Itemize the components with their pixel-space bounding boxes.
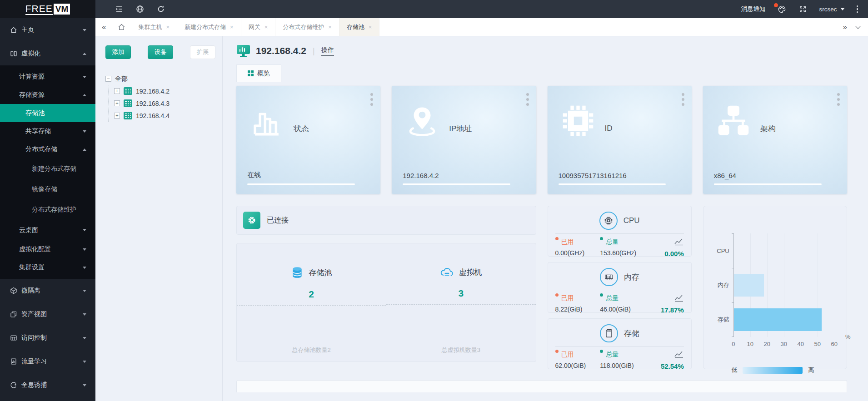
tree-root[interactable]: − 全部 xyxy=(105,73,216,85)
legend-low-label: 低 xyxy=(731,366,737,374)
close-icon[interactable]: × xyxy=(369,24,372,30)
expand-node-icon[interactable]: + xyxy=(114,100,120,106)
trend-chart-icon[interactable] xyxy=(674,238,684,246)
topbar: FREE VM 消息通知 srcsec xyxy=(0,0,868,18)
sidebar-item-distributed-storage-maintenance[interactable]: 分布式存储维护 xyxy=(0,199,95,220)
sidebar-item-distributed-storage[interactable]: 分布式存储 xyxy=(0,140,95,158)
sidebar: 主页 虚拟化 计算资源 存储资源 存储池 共享存储 分布式存储 新建分布式存储 … xyxy=(0,18,95,401)
chart-category-label: 内存 xyxy=(708,281,729,289)
tree-node-host-1[interactable]: + 192.168.4.2 xyxy=(114,85,216,97)
table-icon xyxy=(10,334,17,342)
used-value: 8.22(GiB) xyxy=(555,306,600,313)
usage-percent: 0.00% xyxy=(664,250,684,257)
card-menu-icon[interactable] xyxy=(837,93,840,106)
usage-percent: 17.87% xyxy=(661,306,684,314)
trend-chart-icon[interactable] xyxy=(674,351,684,358)
server-icon xyxy=(124,87,132,95)
home-tab-icon[interactable] xyxy=(112,23,131,31)
sidebar-item-virtualization-config[interactable]: 虚拟化配置 xyxy=(0,240,95,258)
tab-gateway[interactable]: 网关× xyxy=(241,18,276,36)
chart-x-axis: 0 10 20 30 40 50 60 % xyxy=(733,341,834,350)
collapse-node-icon[interactable]: − xyxy=(105,76,111,82)
sidebar-item-virtualization[interactable]: 虚拟化 xyxy=(0,42,95,65)
sidebar-item-storage-resources[interactable]: 存储资源 xyxy=(0,86,95,104)
tab-overview[interactable]: 概览 xyxy=(236,64,281,82)
memory-usage-card: 内存 已用8.22(GiB) 总量46.00(GiB) 17.87% xyxy=(548,262,692,313)
trend-chart-icon[interactable] xyxy=(674,294,684,302)
close-icon[interactable]: × xyxy=(230,24,234,30)
card-menu-icon[interactable] xyxy=(682,93,684,106)
more-options-icon[interactable] xyxy=(857,5,858,13)
expand-button[interactable]: 扩展 xyxy=(190,45,215,59)
logo-badge: VM xyxy=(54,4,70,15)
divider xyxy=(237,305,386,306)
legend-gradient-bar xyxy=(743,367,803,374)
close-icon[interactable]: × xyxy=(328,24,332,30)
refresh-icon[interactable] xyxy=(156,5,165,14)
sidebar-item-compute-resources[interactable]: 计算资源 xyxy=(0,68,95,86)
chevron-down-icon xyxy=(83,337,86,339)
host-ip: 192.168.4.2 xyxy=(256,45,306,56)
sidebar-item-home[interactable]: 主页 xyxy=(0,18,95,42)
sidebar-item-asset-view[interactable]: 资产视图 xyxy=(0,302,95,326)
device-button[interactable]: 设备 xyxy=(148,45,173,59)
total-value: 153.60(GHz) xyxy=(600,249,645,257)
sidebar-item-shared-storage[interactable]: 共享存储 xyxy=(0,122,95,140)
sidebar-item-new-distributed-storage[interactable]: 新建分布式存储 xyxy=(0,158,95,179)
notifications-button[interactable]: 消息通知 xyxy=(741,5,765,13)
used-value: 0.00(GHz) xyxy=(555,249,600,257)
logo-text: FREE xyxy=(25,3,53,15)
monitor-icon xyxy=(236,45,250,57)
sidebar-item-storage-pool[interactable]: 存储池 xyxy=(0,104,95,122)
collapse-sidebar-icon[interactable] xyxy=(115,5,124,14)
tabs-scroll-left-icon[interactable]: « xyxy=(95,23,112,32)
virtualization-icon xyxy=(10,50,17,58)
sidebar-item-holographic-trap[interactable]: 全息诱捕 xyxy=(0,373,95,397)
server-icon xyxy=(124,112,132,119)
add-button[interactable]: 添加 xyxy=(105,45,131,59)
card-menu-icon[interactable] xyxy=(526,93,529,106)
tabs-menu-icon[interactable] xyxy=(855,24,860,29)
globe-icon[interactable] xyxy=(135,5,145,14)
sidebar-item-micro-isolation[interactable]: 微隔离 xyxy=(0,279,95,302)
total-value: 46.00(GiB) xyxy=(600,306,645,313)
expand-node-icon[interactable]: + xyxy=(114,113,120,119)
tab-storage-pool[interactable]: 存储池× xyxy=(339,18,380,36)
host-detail: 192.168.4.2 | 操作 概览 xyxy=(223,36,868,401)
chevron-down-icon xyxy=(83,313,86,316)
cpu-chip-icon xyxy=(559,101,598,140)
vm-counter[interactable]: 虚拟机 3 总虚拟机数量3 xyxy=(386,243,535,361)
user-menu[interactable]: srcsec xyxy=(819,6,844,13)
connection-status-bar: 已连接 xyxy=(236,206,536,235)
layers-icon xyxy=(10,311,17,318)
chart-unit-label: % xyxy=(841,333,855,340)
card-title: IP地址 xyxy=(449,124,472,134)
gear-icon xyxy=(243,212,260,229)
counter-footer: 总虚拟机数量3 xyxy=(442,346,480,361)
tab-cluster-hosts[interactable]: 集群主机× xyxy=(131,18,177,36)
host-action-link[interactable]: 操作 xyxy=(321,46,334,56)
theme-palette-icon[interactable] xyxy=(777,5,786,14)
chevron-up-icon xyxy=(83,94,86,96)
tree-node-host-3[interactable]: + 192.168.4.4 xyxy=(114,109,216,122)
sidebar-item-cluster-settings[interactable]: 集群设置 xyxy=(0,258,95,277)
close-icon[interactable]: × xyxy=(166,24,170,30)
sidebar-item-access-control[interactable]: 访问控制 xyxy=(0,326,95,350)
tab-distributed-storage-maintenance[interactable]: 分布式存储维护× xyxy=(275,18,339,36)
close-icon[interactable]: × xyxy=(264,24,268,30)
tab-new-distributed-storage[interactable]: 新建分布式存储× xyxy=(177,18,241,36)
card-menu-icon[interactable] xyxy=(370,93,373,106)
sidebar-item-image-storage[interactable]: 镜像存储 xyxy=(0,179,95,199)
sidebar-item-cloud-desktop[interactable]: 云桌面 xyxy=(0,220,95,240)
tabs-scroll-right-icon[interactable]: » xyxy=(837,23,853,32)
sidebar-item-traffic-learning[interactable]: 流量学习 xyxy=(0,350,95,373)
divider xyxy=(386,304,535,305)
memory-icon xyxy=(600,268,618,286)
database-icon xyxy=(291,266,304,279)
expand-node-icon[interactable]: + xyxy=(114,88,120,94)
tree-node-host-2[interactable]: + 192.168.4.3 xyxy=(114,97,216,109)
fullscreen-icon[interactable] xyxy=(798,5,807,14)
card-value: x86_64 xyxy=(714,172,836,179)
counter-value: 2 xyxy=(309,289,314,300)
storage-pool-counter[interactable]: 存储池 2 总存储池数量2 xyxy=(237,243,386,361)
